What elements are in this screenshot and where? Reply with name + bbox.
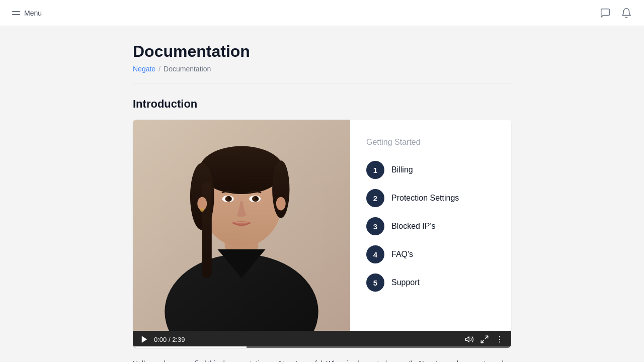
svg-point-15 [228,197,231,200]
hamburger-icon[interactable] [12,11,20,15]
main-content: Documentation Negate / Documentation Int… [121,26,523,362]
time-display: 0:00 / 2:39 [154,336,185,343]
breadcrumb-separator: / [158,65,160,73]
controls-right [465,335,504,344]
volume-icon[interactable] [465,335,474,344]
svg-point-24 [499,341,500,342]
svg-point-10 [276,197,286,211]
video-controls: 0:00 / 2:39 [133,331,511,348]
svg-point-16 [255,197,258,200]
step-label-4: FAQ's [391,250,413,259]
svg-line-20 [486,336,488,338]
step-label-2: Protection Settings [391,194,459,203]
step-item-3[interactable]: 3Blocked IP's [366,217,495,235]
menu-label[interactable]: Menu [24,9,42,17]
step-label-3: Blocked IP's [391,222,436,231]
step-item-1[interactable]: 1Billing [366,161,495,179]
breadcrumb-current: Documentation [164,65,211,73]
step-number-2: 2 [366,189,384,207]
description: Hello, we hope you find this documentati… [133,358,511,362]
step-number-1: 1 [366,161,384,179]
svg-point-22 [499,336,500,337]
svg-line-21 [481,340,484,343]
step-item-2[interactable]: 2Protection Settings [366,189,495,207]
step-item-5[interactable]: 5Support [366,274,495,292]
video-inner: Getting Started 1Billing2Protection Sett… [133,120,511,331]
play-button[interactable] [140,335,149,344]
fullscreen-icon[interactable] [480,335,489,344]
breadcrumb: Negate / Documentation [133,65,511,73]
getting-started-panel: Getting Started 1Billing2Protection Sett… [350,120,511,331]
svg-marker-18 [142,336,147,343]
step-number-5: 5 [366,274,384,292]
topnav-left: Menu [12,9,42,17]
topnav-right [600,8,632,19]
svg-marker-19 [466,337,469,342]
bell-icon[interactable] [621,8,632,19]
svg-point-17 [200,208,204,212]
progress-bar[interactable] [133,346,511,348]
page-title: Documentation [133,42,511,61]
step-number-3: 3 [366,217,384,235]
chat-icon[interactable] [600,8,611,19]
step-label-1: Billing [391,165,413,174]
description-text-1: Hello, we hope you find this documentati… [133,359,507,362]
intro-section-title: Introduction [133,98,511,111]
topnav: Menu [0,0,644,26]
svg-point-23 [499,339,500,340]
more-options-icon[interactable] [495,335,504,344]
svg-rect-8 [202,182,212,278]
video-container: Getting Started 1Billing2Protection Sett… [133,120,511,348]
divider [133,83,511,83]
breadcrumb-parent[interactable]: Negate [133,65,155,73]
step-item-4[interactable]: 4FAQ's [366,245,495,263]
progress-bar-fill [133,346,247,348]
video-thumbnail [133,120,350,331]
step-label-5: Support [391,278,420,287]
step-list: 1Billing2Protection Settings3Blocked IP'… [366,161,495,292]
step-number-4: 4 [366,245,384,263]
getting-started-title: Getting Started [366,138,495,147]
